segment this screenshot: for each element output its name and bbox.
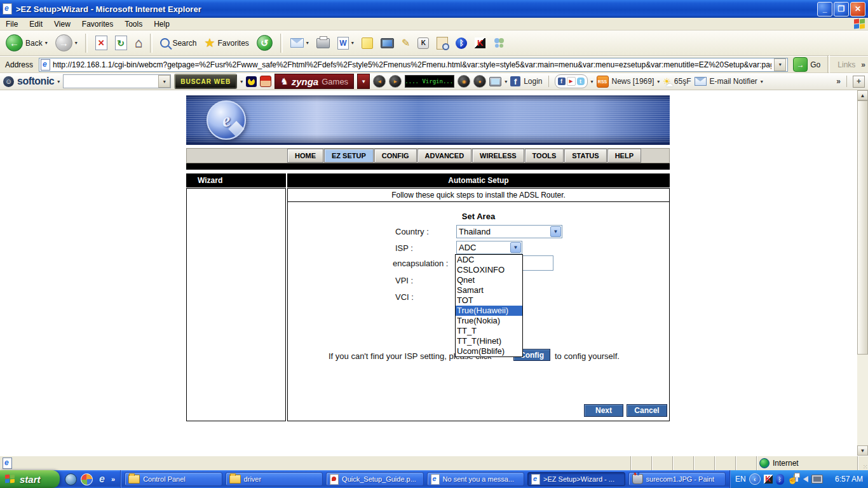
minimize-button[interactable]: _ <box>817 2 832 17</box>
zynga-games-button[interactable]: zynga Games <box>275 74 354 89</box>
taskbar-button[interactable]: >EZ Setup>Wizard - ... <box>527 472 625 486</box>
tab-home[interactable]: HOME <box>287 149 323 163</box>
isp-option[interactable]: ADC <box>456 255 522 265</box>
country-select[interactable]: Thailand <box>456 225 562 238</box>
kaspersky-tray-icon[interactable] <box>764 475 773 484</box>
taskbar-button[interactable]: Control Panel <box>125 472 222 486</box>
rss-icon[interactable]: RSS <box>597 76 609 88</box>
buscar-caret-icon[interactable] <box>240 79 243 85</box>
taskbar-button[interactable]: surecom1.JPG - Paint <box>628 472 726 486</box>
close-button[interactable]: ✕ <box>850 2 865 17</box>
scroll-up-button[interactable] <box>857 90 868 100</box>
links-chevron-icon[interactable] <box>861 60 865 69</box>
player-stop-button[interactable] <box>473 75 486 88</box>
start-button[interactable]: start <box>0 470 60 488</box>
address-url[interactable]: http://192.168.1.1/cgi-bin/webcm?getpage… <box>53 60 771 69</box>
isp-option[interactable]: TT_T <box>456 326 522 336</box>
stop-button[interactable] <box>93 34 109 51</box>
player-display[interactable]: ..... Virgin... <box>405 75 454 88</box>
email-notifier-label[interactable]: E-mail Notifier <box>710 77 757 86</box>
bluetooth-button[interactable] <box>454 36 469 50</box>
favorites-button[interactable]: Favorites <box>202 34 250 51</box>
softonic-search-dropdown[interactable] <box>158 75 170 88</box>
softonic-search-input[interactable] <box>63 74 171 88</box>
screen-capture-button[interactable] <box>379 37 396 50</box>
isp-select[interactable]: ADC <box>456 241 522 254</box>
scroll-down-button[interactable] <box>857 445 868 456</box>
volume-tray-icon[interactable] <box>803 476 808 482</box>
add-toolbar-button[interactable] <box>853 76 865 88</box>
isp-option[interactable]: Samart <box>456 285 522 295</box>
quick-launch-chevron[interactable] <box>111 475 115 483</box>
youtube-mini-icon[interactable] <box>567 77 576 86</box>
pacman-icon[interactable] <box>246 76 257 87</box>
links-label[interactable]: Links <box>835 60 858 69</box>
mail-caret-icon[interactable] <box>306 40 309 46</box>
quick-launch-globe-icon[interactable] <box>65 473 77 485</box>
forward-caret-icon[interactable] <box>75 40 78 46</box>
go-button[interactable]: Go <box>791 56 822 73</box>
home-button[interactable] <box>133 34 145 52</box>
softonic-caret-icon[interactable] <box>57 79 60 85</box>
news-caret-icon[interactable] <box>657 79 660 85</box>
address-dropdown-button[interactable] <box>774 58 786 71</box>
tab-status[interactable]: STATUS <box>564 149 606 163</box>
tab-ez-setup[interactable]: EZ SETUP <box>324 149 374 163</box>
isp-option[interactable]: CSLOXINFO <box>456 265 522 275</box>
messenger-button[interactable] <box>491 37 508 50</box>
tab-tools[interactable]: TOOLS <box>525 149 564 163</box>
taskbar-button[interactable]: driver <box>226 472 323 486</box>
research-button[interactable] <box>435 36 450 51</box>
isp-option[interactable]: TOT <box>456 295 522 306</box>
isp-option[interactable]: True(Huaweii) <box>456 306 522 316</box>
menu-tools[interactable]: Tools <box>119 18 148 30</box>
tab-advanced[interactable]: ADVANCED <box>417 149 472 163</box>
menu-view[interactable]: View <box>48 18 76 30</box>
back-caret-icon[interactable] <box>45 40 48 46</box>
player-volume-button[interactable] <box>458 75 470 88</box>
search-button[interactable]: Search <box>158 37 198 49</box>
language-bar-icon[interactable] <box>749 473 761 485</box>
scrollbar-thumb[interactable] <box>857 100 868 355</box>
language-indicator[interactable]: EN <box>735 475 746 484</box>
refresh-button[interactable] <box>113 34 129 51</box>
weather-label[interactable]: 65şF <box>674 77 691 86</box>
isp-option[interactable]: Ucom(Bblife) <box>456 346 522 356</box>
vertical-scrollbar[interactable] <box>857 90 868 456</box>
country-select-arrow-icon[interactable] <box>550 226 561 237</box>
display-tray-icon[interactable] <box>811 475 823 484</box>
social-caret-icon[interactable] <box>591 79 593 85</box>
facebook-login-label[interactable]: Login <box>524 77 542 86</box>
menu-file[interactable]: File <box>0 18 24 30</box>
tab-wireless[interactable]: WIRELESS <box>472 149 524 163</box>
tv-icon[interactable] <box>489 77 501 86</box>
email-caret-icon[interactable] <box>761 79 763 85</box>
social-links[interactable] <box>555 74 588 88</box>
mail-button[interactable] <box>288 37 311 49</box>
notes-button[interactable] <box>360 36 375 50</box>
facebook-mini-icon[interactable] <box>558 78 566 85</box>
menu-favorites[interactable]: Favorites <box>76 18 119 30</box>
buscar-web-button[interactable]: BUSCAR WEB <box>174 74 237 89</box>
edit-caret-icon[interactable] <box>351 40 354 46</box>
facebook-icon[interactable] <box>510 76 520 86</box>
back-button[interactable]: Back <box>4 33 50 53</box>
softonic-brand[interactable]: softonic <box>17 76 54 87</box>
toolbar-overflow-chevron[interactable] <box>836 77 841 86</box>
menu-edit[interactable]: Edit <box>24 18 48 30</box>
menu-help[interactable]: Help <box>148 18 175 30</box>
taskbar-button[interactable]: No sent you a messa... <box>427 472 524 486</box>
key-button[interactable]: K <box>416 36 431 50</box>
isp-option[interactable]: TT_T(Hinet) <box>456 336 522 346</box>
kaspersky-button[interactable] <box>473 36 487 50</box>
isp-option[interactable]: Qnet <box>456 275 522 285</box>
address-input[interactable]: http://192.168.1.1/cgi-bin/webcm?getpage… <box>39 58 788 72</box>
taskbar-button[interactable]: Quick_Setup_Guide.p... <box>326 472 423 486</box>
tv-caret-icon[interactable] <box>505 79 507 85</box>
tab-config[interactable]: CONFIG <box>374 149 417 163</box>
player-next-button[interactable] <box>389 75 402 88</box>
quick-launch-media-icon[interactable] <box>81 473 93 485</box>
isp-dropdown-list[interactable]: ADCCSLOXINFOQnetSamartTOTTrue(Huaweii)Tr… <box>455 254 523 357</box>
restore-button[interactable]: ❐ <box>834 2 849 17</box>
twitter-mini-icon[interactable] <box>577 78 585 85</box>
